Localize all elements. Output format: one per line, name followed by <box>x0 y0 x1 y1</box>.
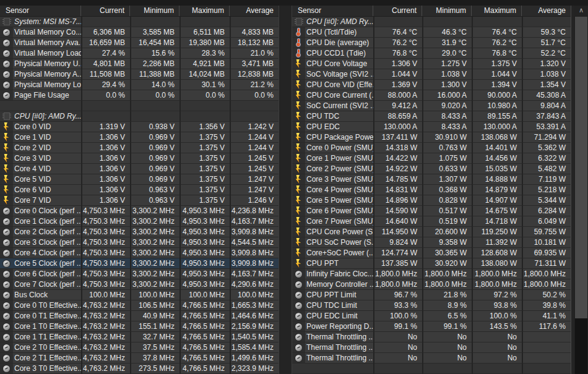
value-maximum: 143.5 % <box>472 321 522 332</box>
lightning-bolt-icon <box>296 70 302 79</box>
sensor-row[interactable]: Core 1 Power (SMU)14.422 W1.075 W14.456 … <box>292 153 571 164</box>
sensor-row[interactable]: Core 6 Power (SMU)14.590 W0.517 W14.675 … <box>292 206 571 216</box>
icon-cell <box>0 290 13 300</box>
value-average: 4,290.6 MHz <box>230 279 279 290</box>
column-header-average[interactable]: Average <box>230 6 279 16</box>
sensor-row[interactable]: Core 1 T0 Effective...4,763.2 MHz155.1 M… <box>0 321 279 332</box>
sensor-row[interactable]: Core 4 Power (SMU)14.831 W0.368 W14.879 … <box>292 185 571 195</box>
sensor-row[interactable]: Thermal Throttling ...NoNoNo <box>292 332 571 342</box>
sensor-row[interactable]: Core 0 T0 Effective...4,763.2 MHz106.5 M… <box>0 300 279 311</box>
sensor-row[interactable]: CPU SoC Power (S...9.824 W9.358 W11.392 … <box>292 237 571 248</box>
sensor-row[interactable]: CPU CCD1 (Tdie)76.8 °C29.0 °C76.8 °C52.2… <box>292 48 571 59</box>
value-current: 4,750.3 MHz <box>81 258 130 269</box>
sensor-row[interactable]: Core+SoC Power (...124.774 W30.365 W128.… <box>292 248 571 258</box>
sensor-row[interactable]: Core 3 VID1.306 V0.969 V1.375 V1.245 V <box>0 153 279 164</box>
sensor-row[interactable]: Core 0 Power (SMU)14.318 W0.763 W14.401 … <box>292 143 571 153</box>
icon-cell <box>0 353 13 363</box>
value-current: 0.0 % <box>81 90 130 101</box>
column-header-maximum[interactable]: Maximum <box>179 6 230 16</box>
value-current: 4,750.3 MHz <box>81 269 130 279</box>
sensor-row[interactable]: Core 0 T1 Effective...4,763.2 MHz40.9 MH… <box>0 311 279 321</box>
sensor-row[interactable]: Core 2 T1 Effective...4,763.2 MHz37.8 MH… <box>0 353 279 363</box>
icon-cell <box>292 27 305 38</box>
sensor-row[interactable]: Page File Usage0.0 %0.0 %0.0 %0.0 % <box>0 90 279 101</box>
sensor-row[interactable]: CPU Core Current (...88.000 A16.000 A90.… <box>292 90 571 101</box>
sensor-row[interactable]: Core 3 Power (SMU)14.785 W1.307 W14.888 … <box>292 174 571 185</box>
sensor-row[interactable]: Core 5 Clock (perf ...4,750.3 MHz3,300.2… <box>0 258 279 269</box>
column-header-current[interactable]: Current <box>81 6 130 16</box>
sensor-row[interactable]: Core 5 Power (SMU)14.896 W0.828 W14.907 … <box>292 195 571 206</box>
value-current: 4,750.3 MHz <box>81 216 130 227</box>
sensor-row[interactable]: Core 4 Clock (perf ...4,750.3 MHz3,300.2… <box>0 248 279 258</box>
sensor-row[interactable]: Thermal Throttling ...NoNoNo <box>292 342 571 353</box>
sensor-row[interactable]: CPU (Tctl/Tdie)76.4 °C46.3 °C76.4 °C59.3… <box>292 27 571 38</box>
gauge-icon <box>3 229 10 236</box>
sensor-row[interactable]: Physical Memory U...4,801 MB2,286 MB4,92… <box>0 59 279 69</box>
sensor-row[interactable]: Physical Memory A...11,508 MB11,388 MB14… <box>0 69 279 80</box>
sensor-row[interactable]: Core 7 Clock (perf ...4,750.3 MHz3,300.2… <box>0 279 279 290</box>
sensor-row[interactable]: Power Reporting D...99.1 %99.1 %143.5 %1… <box>292 321 571 332</box>
sensor-row[interactable]: Physical Memory Load29.4 %14.0 %30.1 %21… <box>0 80 279 90</box>
sensor-row[interactable]: SoC Current (SVI2 ...9.412 A9.020 A10.98… <box>292 101 571 111</box>
sensor-row[interactable]: Core 3 Clock (perf ...4,750.3 MHz3,300.2… <box>0 237 279 248</box>
sensor-row[interactable]: Core 6 Clock (perf ...4,750.3 MHz3,300.2… <box>0 269 279 279</box>
sensor-row[interactable]: Memory Controller ...1,800.0 MHz1,800.0 … <box>292 279 571 290</box>
sensor-row[interactable]: CPU Core Power (S...114.950 W20.600 W119… <box>292 227 571 237</box>
sensor-row[interactable]: Core 7 Power (SMU)14.640 W0.519 W14.718 … <box>292 216 571 227</box>
value-minimum: 46.3 °C <box>422 27 472 38</box>
value-maximum: 4,950.3 MHz <box>179 258 230 269</box>
sensor-label: Core 4 VID <box>13 164 81 174</box>
sensor-row[interactable]: Core 0 Clock (perf ...4,750.3 MHz3,300.2… <box>0 206 279 216</box>
scrollbar-thumb[interactable] <box>575 17 587 318</box>
sensor-row[interactable]: CPU Die (average)76.2 °C31.9 °C76.2 °C51… <box>292 38 571 48</box>
sensor-row[interactable]: Core 1 VID1.306 V0.969 V1.375 V1.244 V <box>0 132 279 143</box>
sensor-row[interactable]: CPU EDC130.000 A8.433 A130.000 A53.391 A <box>292 122 571 132</box>
sensor-row[interactable]: CPU PPT137.385 W30.920 W138.080 W71.311 … <box>292 258 571 269</box>
sensor-row[interactable]: Infinity Fabric Cloc...1,800.0 MHz1,800.… <box>292 269 571 279</box>
value-minimum: 0.763 W <box>422 143 472 153</box>
sensor-row[interactable]: SoC Voltage (SVI2 ...1.044 V1.038 V1.044… <box>292 69 571 80</box>
sensor-row[interactable]: Thermal Throttling ...NoNoNo <box>292 353 571 363</box>
sensor-row[interactable]: Core 1 T1 Effective...4,763.2 MHz32.7 MH… <box>0 332 279 342</box>
icon-cell <box>292 59 305 69</box>
column-header-sensor[interactable]: Sensor <box>292 6 373 16</box>
sensor-row[interactable]: Virtual Memory Load27.4 %15.6 %28.3 %21.… <box>0 48 279 59</box>
column-header-maximum[interactable]: Maximum <box>472 6 522 16</box>
sensor-row[interactable]: Core 2 T0 Effective...4,763.2 MHz37.5 MH… <box>0 342 279 353</box>
sensor-row[interactable]: CPU Package Powe...137.411 W30.910 W138.… <box>292 132 571 143</box>
column-header-minimum[interactable]: Minimum <box>422 6 472 16</box>
column-header-current[interactable]: Current <box>373 6 422 16</box>
group-row[interactable]: System: MSI MS-7... <box>0 17 279 27</box>
sensor-row[interactable]: Core 1 Clock (perf ...4,750.3 MHz3,300.2… <box>0 216 279 227</box>
sensor-row[interactable]: Core 2 VID1.306 V0.969 V1.375 V1.244 V <box>0 143 279 153</box>
value-current: 9.412 A <box>373 101 422 111</box>
column-header-average[interactable]: Average <box>522 6 571 16</box>
column-header-sensor[interactable]: Sensor <box>0 6 81 16</box>
sensor-row[interactable]: Core 2 Clock (perf ...4,750.3 MHz3,300.2… <box>0 227 279 237</box>
sensor-row[interactable]: CPU Core Voltage1.306 V1.275 V1.375 V1.3… <box>292 59 571 69</box>
vertical-scrollbar[interactable]: ∧ <box>574 6 588 374</box>
sensor-row[interactable]: Core 7 VID1.306 V0.963 V1.375 V1.246 V <box>0 195 279 206</box>
sensor-label: Core 7 Power (SMU) <box>305 216 373 227</box>
column-header-minimum[interactable]: Minimum <box>130 6 179 16</box>
sensor-row[interactable]: CPU TDC88.659 A8.433 A89.155 A37.843 A <box>292 111 571 122</box>
group-row[interactable]: CPU [#0]: AMD Ry... <box>0 111 279 122</box>
sensor-row[interactable]: CPU Core VID (Effe...1.369 V1.300 V1.394… <box>292 80 571 90</box>
sensor-row[interactable]: Core 2 Power (SMU)14.922 W0.633 W15.035 … <box>292 164 571 174</box>
sensor-row[interactable]: Core 6 VID1.306 V0.963 V1.375 V1.247 V <box>0 185 279 195</box>
scrollbar-track[interactable] <box>575 318 587 374</box>
sensor-row[interactable]: CPU TDC Limit93.3 %8.9 %93.8 %39.8 % <box>292 300 571 311</box>
group-row[interactable]: CPU [#0]: AMD Ry... <box>292 17 571 27</box>
sensor-row[interactable]: Core 3 T0 Effective...4,763.2 MHz273.5 M… <box>0 363 279 374</box>
sensor-row[interactable]: CPU EDC Limit100.0 %6.5 %100.0 %41.1 % <box>292 311 571 321</box>
scroll-up-button[interactable]: ∧ <box>574 6 588 16</box>
sensor-row[interactable]: Virtual Memory Co...6,306 MB3,585 MB6,51… <box>0 27 279 38</box>
sensor-row[interactable]: CPU PPT Limit96.7 %21.8 %97.2 %50.2 % <box>292 290 571 300</box>
sensor-row[interactable]: Bus Clock100.0 MHz100.0 MHz100.0 MHz100.… <box>0 290 279 300</box>
value-maximum: 90.000 A <box>472 90 522 101</box>
sensor-row[interactable]: Virtual Memory Ava...16,659 MB16,454 MB1… <box>0 38 279 48</box>
sensor-row[interactable]: Core 5 VID1.306 V0.969 V1.375 V1.247 V <box>0 174 279 185</box>
sensor-row[interactable]: Core 0 VID1.319 V0.938 V1.356 V1.242 V <box>0 122 279 132</box>
value-current: 137.411 W <box>373 132 422 143</box>
sensor-row[interactable]: Core 4 VID1.306 V0.969 V1.375 V1.245 V <box>0 164 279 174</box>
